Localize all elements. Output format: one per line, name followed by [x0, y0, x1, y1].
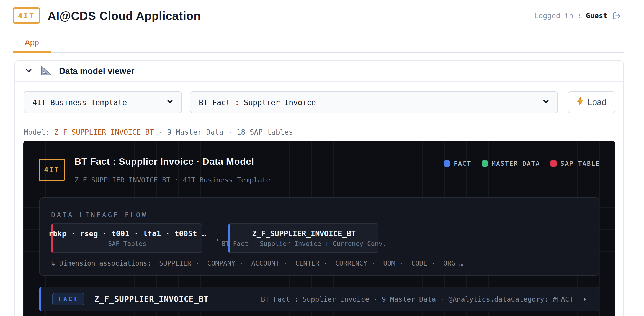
fact-table-row[interactable]: FACT Z_F_SUPPLIER_INVOICE_BT BT Fact : S… [39, 287, 599, 311]
model-template-dropdown[interactable]: 4IT Business Template [24, 91, 182, 113]
page-title: AI@CDS Cloud Application [48, 9, 201, 23]
legend-item-fact: FACT [444, 160, 471, 167]
legend-label: MASTER DATA [492, 160, 540, 167]
diagram-subtitle: Z_F_SUPPLIER_INVOICE_BT · 4IT Business T… [74, 176, 270, 184]
legend-swatch-master-data [482, 160, 488, 167]
load-button-label: Load [588, 97, 607, 107]
diagram-logo-badge: 4IT [39, 159, 65, 181]
fact-table-details: BT Fact : Supplier Invoice · 9 Master Da… [261, 295, 587, 303]
set-square-triangle-icon [40, 65, 52, 78]
lineage-target-name: Z_F_SUPPLIER_INVOICE_BT [252, 229, 356, 238]
chevron-down-icon[interactable] [25, 67, 33, 76]
login-label: Logged in : [534, 12, 582, 20]
legend-label: SAP TABLE [560, 160, 600, 167]
view-select-dropdown-value: BT Fact : Supplier Invoice [199, 98, 316, 107]
lineage-source-name: rbkp · rseg · t001 · lfa1 · t005t … [48, 229, 206, 238]
data-model-diagram: 4IT BT Fact : Supplier Invoice · Data Mo… [23, 141, 615, 316]
lineage-title: DATA LINEAGE FLOW [51, 211, 148, 219]
login-status: Logged in : Guest [534, 11, 622, 21]
right-triangle-icon[interactable] [583, 295, 587, 303]
lineage-source-box: rbkp · rseg · t001 · lfa1 · t005t … SAP … [51, 223, 202, 253]
fact-table-name: Z_F_SUPPLIER_INVOICE_BT [94, 294, 208, 304]
lineage-target-caption: BT Fact : Supplier Invoice + Currency Co… [221, 240, 386, 247]
model-label: Model: [24, 128, 50, 136]
lineage-target-box: Z_F_SUPPLIER_INVOICE_BT BT Fact : Suppli… [228, 223, 378, 253]
separator-dot: · [228, 128, 232, 136]
legend-swatch-sap-table [550, 160, 557, 167]
model-summary-line: Model: Z_F_SUPPLIER_INVOICE_BT · 9 Maste… [24, 128, 293, 136]
lineage-flow-row: rbkp · rseg · t001 · lfa1 · t005t … SAP … [51, 223, 588, 253]
right-arrow-icon: → [209, 231, 221, 245]
controls-row: 4IT Business Template BT Fact : Supplier… [24, 91, 615, 113]
load-button[interactable]: Load [568, 91, 615, 113]
dimension-associations: ↳ Dimension associations: _SUPPLIER · _C… [51, 259, 463, 267]
app-logo-badge: 4IT [13, 7, 40, 24]
fact-type-badge: FACT [52, 293, 84, 305]
login-user: Guest [586, 12, 607, 20]
diagram-legend: FACT MASTER DATA SAP TABLE [444, 160, 600, 167]
sap-table-count: 18 SAP tables [237, 128, 293, 136]
data-lineage-flow-card: DATA LINEAGE FLOW rbkp · rseg · t001 · l… [39, 197, 599, 276]
legend-label: FACT [454, 160, 471, 167]
chevron-down-icon [542, 97, 550, 107]
lightning-bolt-icon [576, 96, 584, 108]
legend-item-master-data: MASTER DATA [482, 160, 540, 167]
section-header-data-model-viewer[interactable]: Data model viewer [15, 61, 623, 82]
tab-bar-divider [13, 52, 624, 53]
diagram-title: BT Fact : Supplier Invoice · Data Model [74, 156, 254, 167]
model-name: Z_F_SUPPLIER_INVOICE_BT [54, 128, 154, 136]
separator-dot: · [158, 128, 163, 136]
lineage-source-caption: SAP Tables [108, 240, 146, 247]
chevron-down-icon [166, 97, 174, 107]
tab-active-underline [13, 51, 51, 53]
tab-app[interactable]: App [13, 33, 51, 52]
logout-icon[interactable] [611, 11, 622, 21]
legend-item-sap-table: SAP TABLE [550, 160, 600, 167]
legend-swatch-fact [444, 160, 450, 167]
data-model-viewer-card: Data model viewer 4IT Business Template … [14, 60, 624, 316]
fact-details-text: BT Fact : Supplier Invoice · 9 Master Da… [261, 295, 573, 303]
model-template-dropdown-value: 4IT Business Template [32, 98, 127, 107]
section-title: Data model viewer [59, 66, 134, 76]
view-select-dropdown[interactable]: BT Fact : Supplier Invoice [190, 91, 558, 113]
master-data-count: 9 Master Data [167, 128, 224, 136]
